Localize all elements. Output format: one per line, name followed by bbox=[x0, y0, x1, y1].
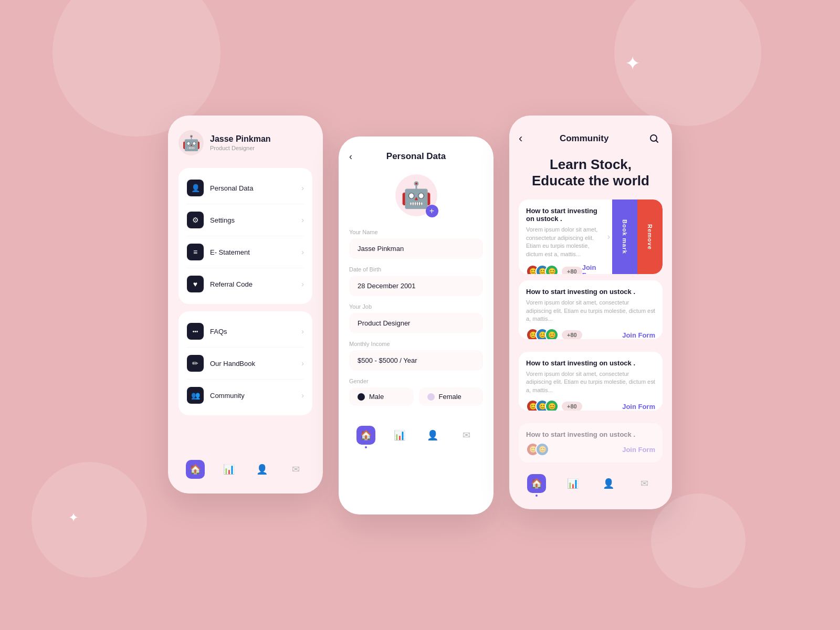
mail-icon-2: ✉ bbox=[457, 426, 476, 445]
card-4-footer: 😊 😊 Join Form bbox=[526, 443, 655, 456]
field-date-of-birth: Date of Birth 28 December 2001 bbox=[349, 266, 483, 296]
gender-option-male[interactable]: Male bbox=[349, 387, 414, 406]
field-gender: Gender Male Female bbox=[349, 378, 483, 406]
community-title: Community bbox=[560, 133, 609, 144]
nav-chart-3[interactable]: 📊 bbox=[563, 474, 582, 497]
label-monthly-income: Monthly Income bbox=[349, 341, 483, 347]
search-icon bbox=[649, 133, 659, 144]
profile-icon-2: 👤 bbox=[423, 426, 442, 445]
menu-item-personal-data[interactable]: 👤 Personal Data › bbox=[178, 172, 312, 204]
community-icon: 👥 bbox=[187, 387, 204, 404]
input-monthly-income[interactable]: $500 - $5000 / Year bbox=[349, 350, 483, 371]
card-3-footer: 😊 😊 😊 +80 Join Form bbox=[526, 400, 655, 411]
card-1-content: How to start investing on ustock . Vorem… bbox=[519, 200, 610, 274]
card-4-content: How to start investing on ustock . 😊 😊 J… bbox=[519, 423, 663, 463]
phones-container: 🤖 Jasse Pinkman Product Designer 👤 Perso… bbox=[168, 116, 672, 514]
arrow-icon: › bbox=[301, 280, 304, 288]
faqs-icon: ••• bbox=[187, 323, 204, 340]
chart-icon: 📊 bbox=[219, 460, 238, 479]
bottom-nav-1: 🏠 📊 👤 ✉ bbox=[178, 452, 312, 483]
card-3-desc: Vorem ipsum dolor sit amet, consectetur … bbox=[526, 370, 655, 394]
card-collapse-arrow-2: ‹ bbox=[653, 306, 655, 314]
search-button[interactable] bbox=[646, 130, 663, 147]
menu-item-settings[interactable]: ⚙ Settings › bbox=[178, 204, 312, 236]
page-header: ‹ Personal Data bbox=[349, 151, 483, 162]
back-button[interactable]: ‹ bbox=[349, 151, 352, 162]
card-1-footer: 😊 😊 😊 +80 Join Form bbox=[526, 264, 603, 274]
chart-icon-2: 📊 bbox=[390, 426, 409, 445]
gender-dot-male bbox=[358, 393, 365, 401]
count-badge-1: +80 bbox=[562, 267, 582, 274]
menu-label-referral-code: Referral Code bbox=[210, 280, 301, 288]
join-button-1[interactable]: Join Form bbox=[582, 264, 603, 274]
count-badge-3: +80 bbox=[562, 402, 582, 411]
phone-personal-data: ‹ Personal Data 🤖 + Your Name Jasse Pink… bbox=[339, 136, 494, 514]
nav-dot bbox=[365, 446, 367, 448]
input-your-name[interactable]: Jasse Pinkman bbox=[349, 238, 483, 259]
nav-home-2[interactable]: 🏠 bbox=[356, 426, 375, 448]
mail-icon-3: ✉ bbox=[635, 474, 654, 493]
nav-profile-2[interactable]: 👤 bbox=[423, 426, 442, 448]
menu-item-faqs[interactable]: ••• FAQs › bbox=[178, 316, 312, 347]
avatar-add-button[interactable]: + bbox=[426, 205, 438, 217]
card-2-content: How to start investing on ustock . Vorem… bbox=[519, 280, 663, 339]
nav-chart-2[interactable]: 📊 bbox=[390, 426, 409, 448]
menu-item-community[interactable]: 👥 Community › bbox=[178, 380, 312, 411]
gender-option-female[interactable]: Female bbox=[419, 387, 484, 406]
referral-icon: ♥ bbox=[187, 276, 204, 292]
arrow-icon: › bbox=[301, 391, 304, 400]
nav-mail-3[interactable]: ✉ bbox=[635, 474, 654, 497]
nav-mail-2[interactable]: ✉ bbox=[457, 426, 476, 448]
bookmark-button[interactable]: Book mark bbox=[612, 200, 637, 274]
gender-label-female: Female bbox=[439, 393, 461, 401]
join-button-4[interactable]: Join Form bbox=[622, 446, 655, 454]
input-your-job[interactable]: Product Designer bbox=[349, 313, 483, 333]
mail-icon: ✉ bbox=[286, 460, 305, 479]
settings-icon: ⚙ bbox=[187, 212, 204, 228]
nav-mail[interactable]: ✉ bbox=[286, 460, 305, 479]
community-header: ‹ Community bbox=[519, 130, 663, 147]
avatar-large: 🤖 + bbox=[395, 174, 437, 216]
gender-dot-female bbox=[427, 393, 435, 401]
e-statement-icon: ≡ bbox=[187, 244, 204, 260]
menu-item-handbook[interactable]: ✏ Our HandBook › bbox=[178, 348, 312, 379]
home-icon: 🏠 bbox=[186, 460, 205, 479]
menu-label-settings: Settings bbox=[210, 216, 301, 224]
avatar: 🤖 bbox=[178, 130, 204, 155]
community-card-1: How to start investing on ustock . Vorem… bbox=[519, 200, 663, 274]
card-2-title: How to start investing on ustock . bbox=[526, 288, 655, 296]
field-monthly-income: Monthly Income $500 - $5000 / Year bbox=[349, 341, 483, 371]
card-1-title: How to start investing on ustock . bbox=[526, 207, 603, 223]
input-date-of-birth[interactable]: 28 December 2001 bbox=[349, 276, 483, 296]
join-button-2[interactable]: Join Form bbox=[622, 331, 655, 339]
bottom-nav-3: 🏠 📊 👤 ✉ bbox=[519, 469, 663, 499]
avatar-section: 🤖 + bbox=[349, 174, 483, 216]
field-your-job: Your Job Product Designer bbox=[349, 303, 483, 333]
community-card-3: How to start investing on ustock . Vorem… bbox=[519, 352, 663, 411]
nav-home-3[interactable]: 🏠 bbox=[527, 474, 546, 497]
nav-profile-3[interactable]: 👤 bbox=[599, 474, 618, 497]
card-1-desc: Vorem ipsum dolor sit amet, consectetur … bbox=[526, 226, 603, 258]
menu-item-referral-code[interactable]: ♥ Referral Code › bbox=[178, 268, 312, 300]
remove-button[interactable]: Remove bbox=[637, 200, 663, 274]
nav-dot-3 bbox=[536, 495, 538, 497]
swipe-actions-1: Book mark Remove bbox=[612, 200, 663, 274]
mini-avatar: 😊 bbox=[545, 265, 559, 274]
card-2-footer: 😊 😊 😊 +80 Join Form bbox=[526, 328, 655, 339]
bottom-nav-2: 🏠 📊 👤 ✉ bbox=[349, 418, 483, 450]
community-back-button[interactable]: ‹ bbox=[519, 132, 522, 145]
profile-icon: 👤 bbox=[253, 460, 271, 479]
nav-home[interactable]: 🏠 bbox=[186, 460, 205, 479]
nav-profile[interactable]: 👤 bbox=[253, 460, 271, 479]
menu-item-e-statement[interactable]: ≡ E- Statement › bbox=[178, 236, 312, 268]
card-3-title: How to start investing on ustock . bbox=[526, 359, 655, 367]
field-your-name: Your Name Jasse Pinkman bbox=[349, 229, 483, 259]
join-button-3[interactable]: Join Form bbox=[622, 403, 655, 411]
arrow-icon: › bbox=[301, 359, 304, 368]
nav-chart[interactable]: 📊 bbox=[219, 460, 238, 479]
menu-label-community: Community bbox=[210, 392, 301, 400]
chart-icon-3: 📊 bbox=[563, 474, 582, 493]
avatar-emoji: 🤖 bbox=[182, 134, 201, 152]
bg-circle-3 bbox=[32, 462, 147, 578]
mini-avatar: 😊 bbox=[545, 400, 559, 411]
